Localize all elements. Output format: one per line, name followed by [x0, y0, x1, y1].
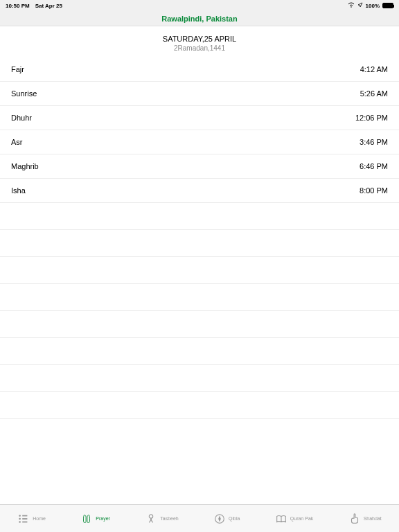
empty-row — [0, 392, 399, 419]
tab-quran[interactable]: Quran Pak — [275, 513, 313, 525]
battery-icon — [382, 3, 393, 8]
empty-row — [0, 257, 399, 284]
book-icon — [275, 513, 287, 525]
svg-point-3 — [19, 517, 21, 520]
empty-row — [0, 284, 399, 311]
status-time: 10:50 PM — [6, 3, 30, 9]
islamic-date: 2Ramadan,1441 — [0, 44, 399, 52]
prayer-list: Fajr 4:12 AM Sunrise 5:26 AM Dhuhr 12:06… — [0, 57, 399, 504]
tab-label: Shahdat — [364, 516, 382, 521]
svg-rect-6 — [22, 521, 27, 522]
tab-prayer[interactable]: Prayer — [80, 513, 110, 525]
prayer-row-asr[interactable]: Asr 3:46 PM — [0, 130, 399, 154]
prayer-name: Asr — [11, 138, 23, 146]
beads-icon — [145, 513, 157, 525]
tab-label: Quran Pak — [290, 516, 313, 521]
empty-row — [0, 311, 399, 338]
compass-icon — [213, 513, 226, 525]
status-date: Sat Apr 25 — [35, 3, 62, 9]
prayer-row-isha[interactable]: Isha 8:00 PM — [0, 179, 399, 203]
prayer-row-dhuhr[interactable]: Dhuhr 12:06 PM — [0, 106, 399, 130]
svg-point-1 — [19, 515, 21, 517]
prayer-name: Maghrib — [11, 162, 39, 170]
prayer-row-maghrib[interactable]: Maghrib 6:46 PM — [0, 154, 399, 179]
battery-percent: 100% — [366, 3, 380, 9]
prayer-time: 4:12 AM — [360, 65, 388, 73]
prayer-name: Isha — [11, 186, 26, 195]
tab-home[interactable]: Home — [17, 513, 46, 525]
svg-point-5 — [19, 521, 21, 523]
svg-point-0 — [351, 6, 352, 8]
prayer-time: 5:26 AM — [360, 89, 388, 98]
tab-label: Tasbeeh — [160, 516, 178, 521]
status-bar: 10:50 PM Sat Apr 25 100% — [0, 0, 399, 11]
prayer-time: 6:46 PM — [360, 162, 388, 170]
prayer-name: Fajr — [11, 65, 24, 73]
prayer-name: Dhuhr — [11, 114, 32, 122]
tab-qibla[interactable]: Qibla — [213, 513, 240, 525]
date-section: SATURDAY,25 APRIL 2Ramadan,1441 — [0, 26, 399, 57]
empty-row — [0, 230, 399, 257]
empty-row — [0, 365, 399, 392]
svg-rect-2 — [22, 515, 27, 516]
tab-tasbeeh[interactable]: Tasbeeh — [145, 513, 178, 525]
prayer-time: 8:00 PM — [360, 186, 388, 195]
location-icon — [357, 2, 363, 9]
location-title[interactable]: Rawalpindi, Pakistan — [161, 15, 237, 23]
hands-icon — [80, 513, 93, 525]
wifi-icon — [348, 2, 355, 9]
prayer-time: 12:06 PM — [355, 114, 388, 122]
empty-row — [0, 203, 399, 230]
header: Rawalpindi, Pakistan — [0, 11, 399, 26]
tab-label: Home — [33, 516, 46, 521]
prayer-time: 3:46 PM — [360, 138, 388, 146]
empty-row — [0, 419, 399, 446]
svg-rect-4 — [22, 518, 27, 520]
tab-bar: Home Prayer Tasbeeh Qibla Quran Pak Shah… — [0, 504, 399, 532]
finger-icon — [348, 513, 361, 525]
tab-label: Qibla — [229, 516, 240, 521]
svg-point-7 — [150, 514, 153, 517]
prayer-name: Sunrise — [11, 89, 37, 98]
gregorian-date: SATURDAY,25 APRIL — [0, 35, 399, 43]
prayer-row-fajr[interactable]: Fajr 4:12 AM — [0, 57, 399, 82]
list-icon — [17, 513, 30, 525]
tab-label: Prayer — [96, 516, 110, 521]
tab-shahdat[interactable]: Shahdat — [348, 513, 382, 525]
empty-row — [0, 338, 399, 365]
prayer-row-sunrise[interactable]: Sunrise 5:26 AM — [0, 82, 399, 106]
